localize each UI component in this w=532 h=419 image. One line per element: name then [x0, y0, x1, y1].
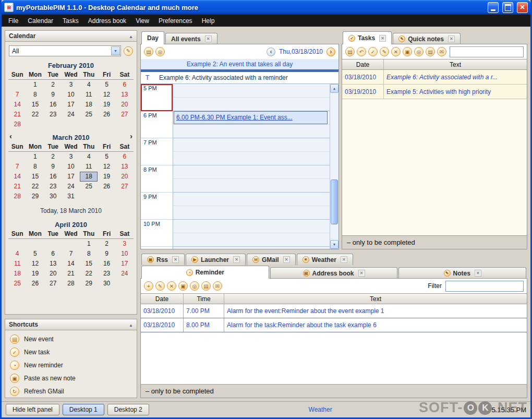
- calendar-day[interactable]: 26: [26, 279, 44, 289]
- calendar-day[interactable]: 24: [62, 110, 80, 119]
- tasks-search-input[interactable]: [450, 46, 524, 57]
- calendar-day[interactable]: 15: [26, 172, 44, 182]
- maximize-button[interactable]: [502, 2, 513, 13]
- calendar-day[interactable]: 20: [116, 100, 134, 110]
- zoom-icon[interactable]: ◎: [190, 281, 199, 291]
- calendar-day[interactable]: 3: [62, 152, 80, 162]
- calendar-day[interactable]: 21: [62, 269, 80, 279]
- calendar-day[interactable]: 10: [62, 162, 80, 172]
- reminder-row[interactable]: 03/18/20108.00 PMAlarm for the task:Remi…: [141, 318, 527, 332]
- calendar-day[interactable]: 23: [44, 182, 62, 191]
- calendar-day[interactable]: 21: [8, 182, 26, 191]
- undo-icon[interactable]: ↶: [357, 47, 366, 56]
- calendar-day[interactable]: 8: [80, 249, 98, 259]
- calendar-day[interactable]: 24: [116, 269, 134, 279]
- zoom-icon[interactable]: ◎: [414, 47, 424, 56]
- desktop-button-desktop-1[interactable]: Desktop 1: [63, 404, 104, 415]
- calendar-day[interactable]: 22: [26, 110, 44, 119]
- filter-input[interactable]: [445, 281, 524, 292]
- column-header-time[interactable]: Time: [184, 294, 224, 304]
- tab-weather[interactable]: ☀Weather✕: [297, 254, 353, 265]
- calendar-day[interactable]: 29: [80, 279, 98, 289]
- collapse-icon[interactable]: [129, 32, 133, 40]
- tab-quick-notes[interactable]: ✎Quick notes✕: [393, 33, 461, 44]
- task-row[interactable]: 03/19/2010Example 5: Activities with hig…: [342, 85, 527, 99]
- calendar-day[interactable]: 28: [8, 191, 26, 201]
- add-icon[interactable]: +: [144, 281, 153, 291]
- chevron-down-icon[interactable]: [111, 46, 120, 55]
- calendar-day[interactable]: 3: [116, 239, 134, 249]
- calendar-day[interactable]: 17: [116, 259, 134, 269]
- close-tab-icon[interactable]: ✕: [448, 35, 455, 42]
- calendar-day[interactable]: 26: [98, 182, 115, 191]
- timed-event[interactable]: 6.00 PM-6.30 PM Example 1: Event ass...: [174, 111, 328, 124]
- calendar-day[interactable]: 12: [26, 259, 44, 269]
- calendar-day[interactable]: 30: [44, 191, 62, 201]
- close-tab-icon[interactable]: ✕: [205, 35, 212, 42]
- delete-icon[interactable]: ✕: [391, 47, 401, 56]
- calendar-day[interactable]: 27: [116, 182, 134, 191]
- calendar-day[interactable]: 15: [80, 259, 98, 269]
- calendar-day[interactable]: 27: [116, 110, 134, 119]
- hour-row[interactable]: [173, 165, 330, 193]
- tab-day[interactable]: Day: [141, 31, 164, 44]
- calendar-day[interactable]: 23: [44, 110, 62, 119]
- calendar-day[interactable]: 10: [62, 90, 80, 100]
- calendar-day[interactable]: 13: [116, 162, 134, 172]
- calendar-section-header[interactable]: Calendar: [5, 31, 137, 42]
- calendar-day[interactable]: 14: [8, 100, 26, 110]
- calendar-day[interactable]: 1: [80, 239, 98, 249]
- calendar-day[interactable]: 7: [62, 249, 80, 259]
- close-tab-icon[interactable]: ✕: [379, 35, 386, 42]
- calendar-day[interactable]: 11: [80, 162, 98, 172]
- calendar-filter-select[interactable]: All: [9, 45, 121, 56]
- today-label[interactable]: Today, 18 March 2010: [5, 202, 137, 218]
- calendar-day[interactable]: 10: [116, 249, 134, 259]
- column-header-text[interactable]: Text: [384, 59, 527, 69]
- calendar-day[interactable]: 9: [44, 90, 62, 100]
- task-row[interactable]: 03/18/2010Example 6: Activity associated…: [342, 70, 527, 85]
- calendar-day[interactable]: 26: [98, 110, 115, 119]
- hide-left-panel-button[interactable]: Hide left panel: [6, 404, 59, 415]
- calendar-day[interactable]: 17: [62, 172, 80, 182]
- edit-icon[interactable]: ✎: [155, 281, 165, 291]
- calendar-day[interactable]: 7: [8, 90, 26, 100]
- tab-all-events[interactable]: All events✕: [165, 33, 217, 44]
- close-tab-icon[interactable]: ✕: [283, 256, 290, 263]
- close-button[interactable]: [517, 2, 528, 13]
- calendar-day[interactable]: 16: [44, 100, 62, 110]
- shortcut-new-event[interactable]: ▤New event: [10, 334, 132, 344]
- calendar-day[interactable]: 20: [44, 269, 62, 279]
- calendar-day[interactable]: 14: [8, 172, 26, 182]
- titlebar[interactable]: ⊞ myPortablePIM 1.1.0 - Desktop Calendar…: [2, 0, 530, 15]
- calendar-day[interactable]: 29: [26, 191, 44, 201]
- hour-row[interactable]: [173, 220, 330, 247]
- weather-link[interactable]: Weather: [309, 406, 332, 413]
- print-icon[interactable]: ▤: [426, 47, 435, 56]
- calendar-day[interactable]: 18: [80, 100, 98, 110]
- reminder-row[interactable]: 03/18/20107.00 PMAlarm for the event:Rem…: [141, 304, 527, 318]
- collapse-icon[interactable]: [129, 321, 133, 328]
- calendar-day[interactable]: 4: [80, 80, 98, 90]
- minimize-button[interactable]: [488, 2, 499, 13]
- vertical-scrollbar[interactable]: [330, 84, 338, 249]
- calendar-day[interactable]: 13: [116, 90, 134, 100]
- calendar-day[interactable]: 17: [62, 100, 80, 110]
- close-tab-icon[interactable]: ✕: [475, 270, 481, 277]
- calendar-day[interactable]: 22: [80, 269, 98, 279]
- calendar-day[interactable]: 4: [8, 249, 26, 259]
- calendar-day[interactable]: 28: [62, 279, 80, 289]
- hour-row[interactable]: [173, 193, 330, 220]
- shortcut-refresh-gmail[interactable]: ↻Refresh GMail: [10, 387, 132, 396]
- shortcut-paste-as-new-note[interactable]: ▣Paste as new note: [10, 374, 132, 383]
- hour-row[interactable]: [173, 138, 330, 165]
- hour-row[interactable]: [173, 84, 330, 111]
- calendar-day[interactable]: 4: [80, 152, 98, 162]
- menu-item-address-book[interactable]: Address book: [83, 16, 131, 26]
- copy-icon[interactable]: ▣: [403, 47, 412, 56]
- calendar-day[interactable]: 5: [98, 80, 115, 90]
- calendar-day[interactable]: 11: [8, 259, 26, 269]
- calendar-day[interactable]: 3: [62, 80, 80, 90]
- close-tab-icon[interactable]: ✕: [172, 256, 179, 263]
- mail-icon[interactable]: ✉: [213, 281, 222, 291]
